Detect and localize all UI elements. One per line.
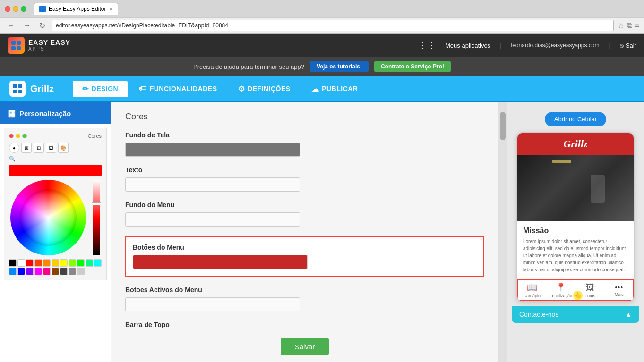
design-tab-label: DESIGN (92, 85, 119, 93)
color-swatch[interactable] (34, 268, 42, 275)
color-swatch[interactable] (69, 268, 76, 275)
mais-label: Mais (615, 292, 624, 297)
color-wheel-container[interactable] (10, 180, 100, 255)
mais-icon: ••• (615, 284, 623, 291)
refresh-button[interactable]: ↻ (37, 20, 48, 31)
color-swatch[interactable] (69, 259, 76, 267)
highlighted-section-botoes-menu: Botões do Menu (125, 236, 484, 277)
color-swatch[interactable] (26, 259, 34, 267)
field-label-botoes-menu: Botões do Menu (133, 244, 477, 251)
phone-lorem-text: Lorem ipsum dolor sit amet, consectetur … (523, 238, 628, 273)
field-input-fundo-menu[interactable] (125, 212, 300, 227)
browser-nav-icons: ☆ ⧉ ≡ (618, 21, 639, 30)
sidebar-personalizacao[interactable]: ▦ Personalização (0, 102, 111, 124)
search-icon: 🔍 (9, 156, 16, 162)
field-input-fundo-tela[interactable] (125, 143, 300, 157)
scroll-thumb[interactable] (500, 112, 506, 140)
field-group-fundo-menu: Fundo do Menu (125, 201, 484, 227)
app-toolbar: Grillz ✏ DESIGN 🏷 FUNCIONALIDADES ⚙ DEFI… (0, 76, 644, 102)
app-title: Grillz (30, 84, 54, 94)
color-swatch[interactable] (9, 259, 17, 267)
color-tool-palette[interactable]: 🎨 (58, 143, 69, 153)
menu-button[interactable]: ≡ (635, 21, 639, 30)
color-swatch[interactable] (60, 259, 68, 267)
logo-icon (8, 37, 25, 54)
contacte-label: Contacte-nos (519, 311, 558, 318)
forward-button[interactable]: → (21, 20, 33, 31)
address-bar[interactable] (52, 20, 614, 31)
save-button[interactable]: Salvar (281, 338, 329, 355)
help-bar: Precisa de ajuda para terminar seu app? … (0, 57, 644, 76)
cardapio-icon: 📖 (527, 282, 537, 293)
sidebar-header-icon: ▦ (8, 108, 16, 118)
maximize-dot[interactable] (21, 6, 26, 12)
kitchen-placeholder (517, 155, 634, 221)
tab-close-btn[interactable]: × (109, 5, 112, 13)
browser-nav: ← → ↻ ☆ ⧉ ≡ (0, 17, 644, 33)
color-swatch[interactable] (52, 259, 59, 267)
color-swatch[interactable] (43, 259, 51, 267)
funcionalidades-tab-icon: 🏷 (139, 84, 147, 93)
color-tool-grid2[interactable]: ⊡ (34, 143, 44, 153)
color-swatch[interactable] (9, 268, 17, 275)
field-label-texto: Texto (125, 166, 484, 174)
dot-green (22, 134, 27, 138)
scrollbar[interactable] (498, 102, 507, 362)
phone-nav-mais[interactable]: ••• Mais (605, 284, 634, 297)
color-tool-image[interactable]: 🖼 (46, 143, 56, 153)
tab-definicoes[interactable]: ⚙ DEFINIÇÕES (229, 81, 300, 97)
color-search: 🔍 (9, 156, 102, 162)
tab-funcionalidades[interactable]: 🏷 FUNCIONALIDADES (129, 81, 226, 97)
phone-section-title: Missão (523, 227, 628, 235)
field-input-texto[interactable] (125, 177, 300, 192)
cardapio-label: Cardápio (523, 294, 541, 298)
phone-nav-localizacao[interactable]: 📍 Localização (547, 282, 576, 298)
color-swatch[interactable] (17, 268, 25, 275)
color-swatch[interactable] (52, 268, 59, 275)
my-apps-button[interactable]: Meus aplicativos (445, 42, 490, 49)
color-swatch[interactable] (77, 268, 85, 275)
color-swatch[interactable] (26, 268, 34, 275)
color-preview-bar[interactable] (9, 165, 102, 176)
field-input-botoes-activos[interactable] (125, 297, 300, 311)
color-swatch[interactable] (94, 259, 102, 267)
signout-button[interactable]: ⎋ Sair (620, 42, 636, 49)
color-swatch[interactable] (86, 259, 93, 267)
color-tool-grid[interactable]: ⊞ (21, 143, 32, 153)
tab-design[interactable]: ✏ DESIGN (73, 81, 128, 97)
dot-yellow (16, 134, 20, 138)
publicar-tab-icon: ☁ (311, 84, 319, 93)
browser-chrome: Easy Easy Apps Editor × ← → ↻ ☆ ⧉ ≡ (0, 0, 644, 34)
contacte-nos-button[interactable]: Contacte-nos ▲ (512, 306, 639, 323)
tab-publicar[interactable]: ☁ PUBLICAR (302, 81, 368, 97)
color-swatch[interactable] (77, 259, 85, 267)
field-group-texto: Texto (125, 166, 484, 192)
color-tool-circle[interactable]: ● (9, 143, 19, 153)
phone-nav-cardapio[interactable]: 📖 Cardápio (517, 282, 547, 298)
pro-service-button[interactable]: Contrate o Serviço Pro! (374, 61, 451, 72)
close-dot[interactable] (5, 6, 10, 12)
color-swatch[interactable] (60, 268, 68, 275)
minimize-dot[interactable] (13, 6, 18, 12)
signout-label: Sair (626, 42, 636, 49)
tutorials-button[interactable]: Veja os tutoriais! (310, 61, 369, 72)
bookmark-button[interactable]: ☆ (618, 21, 624, 30)
field-group-botoes-activos: Botoes Activos do Menu (125, 286, 484, 311)
window-button[interactable]: ⧉ (627, 21, 632, 30)
browser-tab[interactable]: Easy Easy Apps Editor × (34, 3, 118, 15)
open-phone-button[interactable]: Abrir no Celular (545, 112, 606, 126)
browser-titlebar: Easy Easy Apps Editor × (0, 0, 644, 17)
color-swatch[interactable] (43, 268, 51, 275)
back-button[interactable]: ← (5, 20, 17, 31)
design-tab-icon: ✏ (82, 84, 89, 93)
field-input-botoes-menu[interactable] (133, 255, 308, 269)
apps-grid-icon[interactable]: ⋮⋮ (419, 40, 436, 51)
color-swatch[interactable] (34, 259, 42, 267)
app-header-right: ⋮⋮ Meus aplicativos | leonardo.dias@easy… (419, 40, 636, 51)
kitchen-light (552, 160, 571, 163)
color-swatch[interactable] (17, 259, 25, 267)
field-group-fundo-tela: Fundo de Tela (125, 131, 484, 157)
localizacao-label: Localização (550, 294, 572, 298)
color-brightness-bar[interactable] (93, 180, 100, 255)
brightness-handle[interactable] (92, 202, 101, 205)
